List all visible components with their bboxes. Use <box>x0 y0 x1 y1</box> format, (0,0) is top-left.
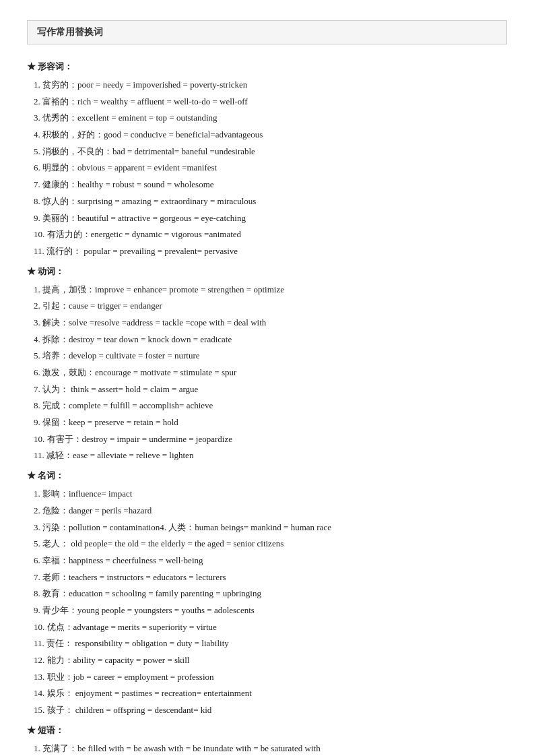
list-item: 8. 惊人的：surprising = amazing = extraordin… <box>34 193 507 210</box>
list-item: 3. 优秀的：excellent = eminent = top = outst… <box>34 110 507 127</box>
list-item: 5. 培养：develop = cultivate = foster = nur… <box>34 348 507 365</box>
list-item: 9. 美丽的：beautiful = attractive = gorgeous… <box>34 210 507 227</box>
list-item: 4. 拆除：destroy = tear down = knock down =… <box>34 332 507 348</box>
list-item: 2. 危险：danger = perils =hazard <box>34 503 507 519</box>
list-item: 1. 提高，加强：improve = enhance= promote = st… <box>34 282 507 298</box>
list-item: 13. 职业：job = career = employment = profe… <box>34 669 507 686</box>
list-item: 9. 保留：keep = preserve = retain = hold <box>34 414 507 431</box>
list-item: 14. 娱乐： enjoyment = pastimes = recreatio… <box>34 685 507 702</box>
list-item: 6. 幸福：happiness = cheerfulness = well-be… <box>34 553 507 569</box>
list-item: 12. 能力：ability = capacity = power = skil… <box>34 652 507 669</box>
list-item: 10. 有害于：destroy = impair = undermine = j… <box>34 431 507 448</box>
list-item: 2. 引起：cause = trigger = endanger <box>34 298 507 315</box>
section-header: ★ 动词： <box>27 263 507 280</box>
list-item: 11. 责任： responsibility = obligation = du… <box>34 635 507 652</box>
page: 写作常用替换词 ★ 形容词：1. 贫穷的：poor = needy = impo… <box>0 0 534 756</box>
list-item: 4. 积极的，好的：good = conducive = beneficial=… <box>34 127 507 144</box>
list-item: 10. 有活力的：energetic = dynamic = vigorous … <box>34 226 507 243</box>
list-item: 8. 教育：education = schooling = family par… <box>34 586 507 602</box>
list-item: 6. 明显的：obvious = apparent = evident =man… <box>34 160 507 177</box>
list-item: 7. 认为： think = assert= hold = claim = ar… <box>34 381 507 398</box>
list-item: 2. 富裕的：rich = wealthy = affluent = well-… <box>34 94 507 111</box>
list-item: 10. 优点：advantage = merits = superiority … <box>34 619 507 636</box>
list-item: 3. 解决：solve =resolve =address = tackle =… <box>34 315 507 332</box>
list-item: 5. 消极的，不良的：bad = detrimental= baneful =u… <box>34 144 507 160</box>
list-item: 7. 健康的：healthy = robust = sound = wholes… <box>34 177 507 193</box>
list-item: 5. 老人： old people= the old = the elderly… <box>34 536 507 553</box>
title-bar: 写作常用替换词 <box>27 20 507 44</box>
list-item: 9. 青少年：young people = youngsters = youth… <box>34 602 507 619</box>
list-item: 1. 充满了：be filled with = be awash with = … <box>34 741 507 756</box>
section-header: ★ 名词： <box>27 467 507 484</box>
list-item: 7. 老师：teachers = instructors = educators… <box>34 569 507 586</box>
list-item: 1. 影响：influence= impact <box>34 486 507 503</box>
list-item: 8. 完成：complete = fulfill = accomplish= a… <box>34 398 507 414</box>
list-item: 15. 孩子： children = offspring = descendan… <box>34 702 507 719</box>
list-item: 3. 污染：pollution = contamination4. 人类：hum… <box>34 519 507 536</box>
list-item: 6. 激发，鼓励：encourage = motivate = stimulat… <box>34 365 507 381</box>
list-item: 11. 减轻：ease = alleviate = relieve = ligh… <box>34 447 507 464</box>
page-title: 写作常用替换词 <box>37 27 103 37</box>
list-item: 11. 流行的： popular = prevailing = prevalen… <box>34 243 507 260</box>
section-header: ★ 短语： <box>27 722 507 739</box>
list-item: 1. 贫穷的：poor = needy = impoverished = pov… <box>34 77 507 94</box>
content: ★ 形容词：1. 贫穷的：poor = needy = impoverished… <box>27 58 507 756</box>
section-header: ★ 形容词： <box>27 58 507 75</box>
